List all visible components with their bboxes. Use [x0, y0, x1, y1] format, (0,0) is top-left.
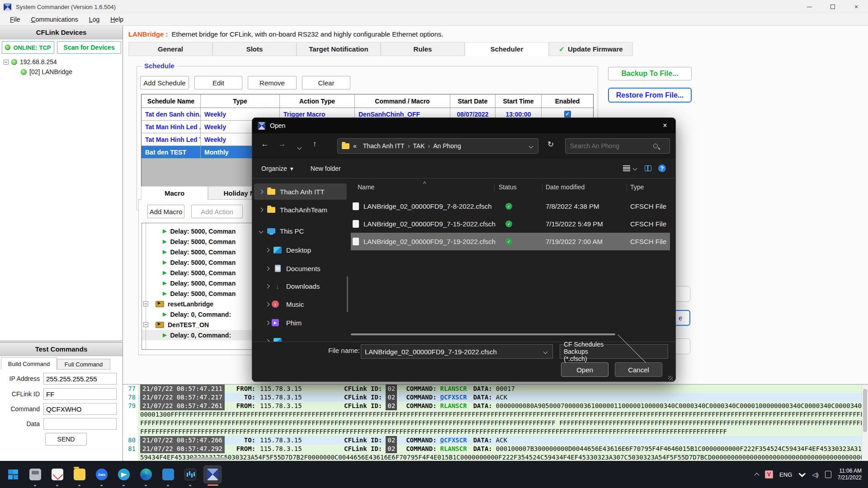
tab-macro[interactable]: Macro [141, 186, 208, 200]
taskbar-app-telegram[interactable] [115, 465, 133, 483]
log-row-hex[interactable]: FFFFFFFFFFFFFFFFFFFFFFFFFFFFFFFFFFFFFFFF… [123, 427, 868, 436]
tab-slots[interactable]: Slots [212, 42, 297, 56]
up-icon[interactable]: ↑ [308, 140, 321, 149]
chevron-right-icon[interactable] [265, 284, 270, 288]
open-button[interactable]: Open [561, 362, 609, 377]
file-row[interactable]: LANBridge_02_00000FD9_7-8-2022.cfsch ✓ 7… [351, 197, 670, 215]
log-row[interactable]: 7921/07/22 08:57:47.261FROM:115.78.3.15C… [123, 402, 868, 410]
ip-address-field[interactable] [43, 373, 117, 385]
file-row[interactable]: LANBridge_02_00000FD9_7-15-2022.cfsch ✓ … [351, 215, 670, 233]
log-row-hex[interactable]: 00001300FFFFFFFFFFFFFFFFFFFFFFFFFFFFFFFF… [123, 410, 868, 419]
collapse-toggle-icon[interactable] [143, 322, 148, 327]
new-folder-button[interactable]: New folder [311, 165, 341, 172]
device-tree-root[interactable]: 192.68.8.254 [4, 58, 57, 66]
chevron-down-icon[interactable] [529, 144, 533, 148]
scrollbar-thumb[interactable] [863, 389, 867, 432]
log-hscrollbar-thumb[interactable] [191, 457, 228, 460]
menu-help[interactable]: Help [105, 14, 129, 24]
recent-locations-icon[interactable] [293, 142, 306, 151]
sidebar-item-documents[interactable]: Documents [260, 260, 349, 277]
volume-icon[interactable]: ◁) [812, 471, 818, 478]
resize-grip[interactable] [668, 376, 673, 380]
backup-to-file-button[interactable]: Backup To File... [608, 67, 692, 80]
file-name-input[interactable] [361, 348, 533, 356]
add-macro-button[interactable]: Add Macro [147, 205, 184, 218]
help-button[interactable]: ? [658, 164, 666, 172]
clear-button[interactable]: Clear [302, 76, 350, 89]
tab-scheduler[interactable]: Scheduler [465, 42, 549, 56]
scan-for-devices-button[interactable]: Scan for Devices [57, 41, 121, 54]
preview-pane-button[interactable] [645, 165, 651, 171]
log-row[interactable]: 7721/07/22 08:57:47.211FROM:115.78.3.15C… [123, 385, 868, 393]
col-schedule-name[interactable]: Schedule Name [142, 94, 201, 108]
taskbar-app-snip[interactable] [48, 465, 66, 483]
chevron-right-icon[interactable] [265, 248, 270, 252]
collapse-toggle-icon[interactable] [143, 301, 148, 306]
chevron-right-icon[interactable] [265, 320, 270, 325]
language-indicator[interactable]: ENG [779, 471, 792, 478]
start-button[interactable] [4, 465, 22, 483]
crumb-overflow[interactable]: « [353, 142, 357, 150]
file-row-selected[interactable]: LANBridge_02_00000FD9_7-19-2022.cfsch ✓ … [351, 233, 670, 250]
tab-full-command[interactable]: Full Command [57, 359, 110, 370]
col-enabled[interactable]: Enabled [542, 94, 593, 108]
menu-file[interactable]: File [5, 14, 26, 24]
edit-button[interactable]: Edit [194, 76, 242, 89]
forward-icon[interactable]: → [276, 140, 288, 149]
search-input[interactable] [566, 142, 651, 150]
refresh-icon[interactable]: ↻ [543, 140, 558, 152]
log-row[interactable]: 8021/07/22 08:57:47.266TO:115.78.3.15CFL… [123, 436, 868, 445]
tab-rules[interactable]: Rules [381, 42, 465, 56]
chevron-right-icon[interactable] [265, 266, 270, 271]
breadcrumb-segment[interactable]: An Phong [433, 142, 461, 150]
close-button[interactable]: × [844, 0, 868, 14]
col-name[interactable]: Name [358, 183, 374, 191]
chevron-right-icon[interactable] [259, 207, 264, 212]
cancel-button[interactable]: Cancel [615, 362, 662, 377]
menu-communications[interactable]: Communications [26, 14, 84, 24]
taskbar-app-device[interactable] [26, 465, 44, 483]
tab-target-notification[interactable]: Target Notification [297, 42, 381, 56]
cflink-id-field[interactable] [43, 388, 117, 400]
col-action-type[interactable]: Action Type [280, 94, 355, 108]
sidebar-item-phim[interactable]: ▶Phim [260, 314, 349, 331]
breadcrumb-segment[interactable]: TAK [413, 142, 425, 150]
sidebar-item-partial[interactable] [260, 333, 349, 342]
sort-ascending-icon[interactable]: ^ [423, 180, 426, 188]
sidebar-scrollbar[interactable] [347, 276, 348, 312]
wifi-icon[interactable] [798, 472, 806, 477]
device-tree-child[interactable]: [02] LANBridge [21, 68, 72, 75]
maximize-button[interactable] [821, 0, 844, 14]
online-status-button[interactable]: ONLINE: TCP [2, 41, 54, 54]
add-action-button[interactable]: Add Action [191, 205, 243, 218]
taskbar-app-audio[interactable] [181, 465, 199, 483]
sidebar-item-this-pc[interactable]: This PC [254, 223, 347, 239]
log-vscrollbar[interactable] [862, 385, 868, 461]
tab-update-firmware[interactable]: ✓ Update Firmware [549, 42, 633, 56]
organize-button[interactable]: Organize▾ [261, 165, 293, 172]
back-icon[interactable]: ← [259, 140, 271, 149]
log-row-hex[interactable]: FFFFFFFFFFFFFFFFFFFFFFFFFFFFFFFFFFFFFFFF… [123, 419, 868, 427]
send-button[interactable]: SEND [45, 433, 87, 446]
file-list-hscrollbar[interactable] [351, 333, 615, 335]
command-field[interactable] [43, 403, 117, 415]
chevron-right-icon[interactable] [259, 189, 264, 194]
breadcrumb-segment[interactable]: Thach Anh ITT [363, 142, 405, 150]
menu-log[interactable]: Log [84, 14, 105, 24]
taskbar-app-edge[interactable] [137, 465, 155, 483]
taskbar-clock[interactable]: 11:06 AM 7/21/2022 [838, 468, 862, 481]
col-type[interactable]: Type [630, 183, 644, 191]
dialog-close-button[interactable]: × [655, 118, 675, 133]
restore-from-file-button[interactable]: Restore From File... [608, 88, 692, 103]
pen-tablet-icon[interactable] [825, 471, 831, 478]
sidebar-item-music[interactable]: ♪Music [260, 296, 349, 312]
tab-general[interactable]: General [128, 42, 212, 56]
file-name-combo[interactable] [361, 344, 553, 359]
chevron-down-icon[interactable] [259, 229, 264, 233]
taskbar-app-system-commander[interactable] [203, 465, 222, 483]
log-row-hex[interactable]: 59434F4EF45330323A317C5030323A54F5F55D7D… [123, 453, 868, 461]
enabled-checkbox[interactable]: ✓ [564, 111, 571, 117]
tab-build-command[interactable]: Build Command [1, 357, 57, 370]
sidebar-item-thach-anh-itt[interactable]: Thach Anh ITT [254, 183, 347, 200]
col-command-macro[interactable]: Command / Macro [355, 94, 450, 108]
